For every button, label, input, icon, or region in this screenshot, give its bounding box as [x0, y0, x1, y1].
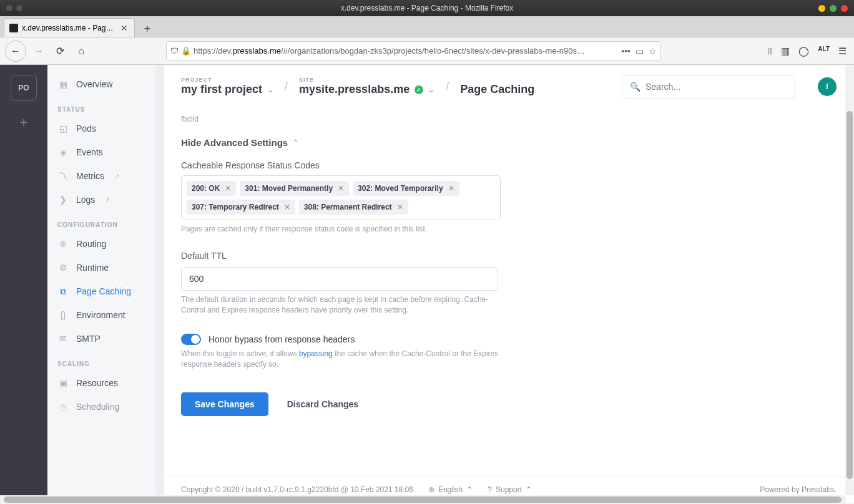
- browser-tab[interactable]: x.dev.presslabs.me - Page… ✕: [4, 18, 135, 37]
- meatball-icon[interactable]: •••: [621, 46, 631, 56]
- grid-icon: ▦: [57, 79, 69, 90]
- breadcrumb-project[interactable]: PROJECT my first project⌄: [181, 77, 273, 96]
- hamburger-icon[interactable]: ☰: [838, 46, 847, 57]
- bypass-link[interactable]: bypassing: [299, 349, 333, 358]
- sidebar-label-status: STATUS: [47, 96, 163, 117]
- sidebar-item-scheduling[interactable]: ◷Scheduling: [47, 395, 163, 419]
- favicon-icon: [9, 24, 18, 32]
- verified-icon: ✓: [415, 85, 423, 94]
- user-avatar[interactable]: I: [818, 77, 837, 96]
- layers-icon: ⧉: [57, 286, 69, 297]
- sidebar-item-page-caching[interactable]: ⧉Page Caching: [47, 279, 163, 303]
- breadcrumb-site[interactable]: SITE mysite.presslabs.me✓⌄: [299, 77, 434, 96]
- shield-icon[interactable]: 🛡: [170, 46, 179, 56]
- help-text-codes: Pages are cached only if their response …: [181, 224, 501, 235]
- org-rail: PO ＋: [0, 65, 47, 503]
- account-icon[interactable]: ◯: [798, 46, 809, 57]
- text-encoding-icon[interactable]: ALT: [818, 46, 830, 57]
- save-button[interactable]: Save Changes: [181, 392, 268, 416]
- honor-bypass-toggle[interactable]: [181, 334, 201, 345]
- back-button[interactable]: ←: [5, 41, 26, 62]
- pill-text: fbclid: [181, 115, 837, 124]
- remove-tag-icon[interactable]: ✕: [338, 184, 344, 193]
- chevron-up-icon: ⌃: [293, 138, 298, 147]
- cube-icon: ◱: [57, 123, 69, 134]
- help-text-ttl: The default duration in seconds for whic…: [181, 294, 501, 316]
- sidebar-item-routing[interactable]: ⊕Routing: [47, 232, 163, 256]
- maximize-icon[interactable]: [830, 5, 837, 12]
- search-input[interactable]: [645, 82, 787, 92]
- clock-icon: ◷: [57, 401, 69, 412]
- chevron-up-icon: ⌃: [526, 485, 532, 494]
- window-title: x.dev.presslabs.me - Page Caching - Mozi…: [0, 4, 854, 12]
- sidebar-item-resources[interactable]: ▣Resources: [47, 371, 163, 395]
- default-ttl-input[interactable]: [181, 267, 498, 291]
- remove-tag-icon[interactable]: ✕: [448, 184, 454, 193]
- status-code-tag: 200: OK✕: [187, 181, 236, 196]
- status-code-tag: 308: Permanent Redirect✕: [299, 200, 408, 215]
- field-label-codes: Cacheable Response Status Codes: [181, 160, 837, 170]
- remove-tag-icon[interactable]: ✕: [397, 203, 403, 211]
- support-link[interactable]: ?Support⌃: [488, 485, 532, 494]
- remove-tag-icon[interactable]: ✕: [284, 203, 290, 211]
- sidebar-icon[interactable]: ▥: [781, 46, 790, 57]
- lock-icon[interactable]: 🔒: [181, 46, 191, 56]
- sidebar-item-runtime[interactable]: ⚙Runtime: [47, 256, 163, 279]
- external-icon: ↗: [105, 196, 110, 203]
- sidebar: ▦Overview STATUS ◱Pods ◈Events 〽Metrics↗…: [47, 65, 164, 503]
- sidebar-item-metrics[interactable]: 〽Metrics↗: [47, 164, 163, 188]
- sidebar-item-environment[interactable]: {}Environment: [47, 303, 163, 327]
- status-codes-input[interactable]: 200: OK✕ 301: Moved Permanently✕ 302: Mo…: [181, 175, 501, 220]
- tab-close-icon[interactable]: ✕: [119, 23, 129, 33]
- sidebar-item-events[interactable]: ◈Events: [47, 140, 163, 164]
- sidebar-item-overview[interactable]: ▦Overview: [47, 72, 163, 96]
- url-text: https://dev.presslabs.me/#/organizations…: [194, 46, 619, 56]
- library-icon[interactable]: ⫴: [768, 46, 772, 57]
- cpu-icon: ▣: [57, 377, 69, 389]
- help-icon: ?: [488, 485, 492, 494]
- bookmark-icon[interactable]: ☆: [649, 46, 657, 56]
- add-org-button[interactable]: ＋: [17, 114, 30, 130]
- terminal-icon: ❯: [57, 194, 69, 205]
- home-button[interactable]: ⌂: [72, 42, 90, 60]
- reload-button[interactable]: ⟳: [51, 42, 69, 60]
- minimize-icon[interactable]: [818, 5, 825, 12]
- horizontal-scrollbar[interactable]: [0, 495, 845, 504]
- copyright-text: Copyright © 2020 / build v1.7.0-rc.9.1.g…: [181, 485, 413, 494]
- language-switcher[interactable]: ⊕English⌃: [428, 485, 473, 494]
- field-label-ttl: Default TTL: [181, 251, 837, 261]
- reader-icon[interactable]: ▭: [636, 46, 644, 56]
- vertical-scrollbar[interactable]: [845, 65, 854, 495]
- sidebar-item-logs[interactable]: ❯Logs↗: [47, 188, 163, 211]
- braces-icon: {}: [57, 309, 69, 321]
- url-bar[interactable]: 🛡 🔒 https://dev.presslabs.me/#/organizat…: [166, 41, 661, 61]
- sidebar-item-smtp[interactable]: ✉SMTP: [47, 327, 163, 351]
- mail-icon: ✉: [57, 333, 69, 344]
- discard-button[interactable]: Discard Changes: [287, 399, 358, 409]
- sidebar-label-config: CONFIGURATION: [47, 211, 163, 232]
- sidebar-item-pods[interactable]: ◱Pods: [47, 117, 163, 140]
- breadcrumb-separator: /: [446, 80, 449, 93]
- breadcrumb-bar: PROJECT my first project⌄ / SITE mysite.…: [164, 65, 854, 109]
- chevron-down-icon: ⌄: [428, 85, 434, 94]
- org-switcher[interactable]: PO: [11, 75, 37, 101]
- help-text-bypass: When this toggle is active, it allows by…: [181, 349, 501, 370]
- tab-title: x.dev.presslabs.me - Page…: [22, 24, 115, 32]
- sidebar-collapse-handle[interactable]: [155, 65, 163, 503]
- status-code-tag: 302: Moved Temporarily✕: [353, 181, 459, 196]
- status-code-tag: 307: Temporary Redirect✕: [187, 200, 295, 215]
- new-tab-button[interactable]: ＋: [139, 19, 156, 37]
- scrollbar-thumb[interactable]: [847, 111, 853, 479]
- gear-icon: ⚙: [57, 262, 69, 273]
- tag-icon: ◈: [57, 147, 69, 158]
- close-icon[interactable]: [841, 5, 848, 12]
- search-icon: 🔍: [630, 82, 640, 92]
- chevron-up-icon: ⌃: [466, 485, 473, 494]
- page-content: fbclid Hide Advanced Settings⌃ Cacheable…: [164, 109, 854, 476]
- status-code-tag: 301: Moved Permanently✕: [240, 181, 349, 196]
- main-panel: PROJECT my first project⌄ / SITE mysite.…: [164, 65, 854, 503]
- scrollbar-thumb[interactable]: [4, 497, 842, 503]
- remove-tag-icon[interactable]: ✕: [225, 184, 231, 193]
- toggle-advanced-settings[interactable]: Hide Advanced Settings⌃: [181, 137, 837, 148]
- search-box[interactable]: 🔍: [622, 75, 795, 99]
